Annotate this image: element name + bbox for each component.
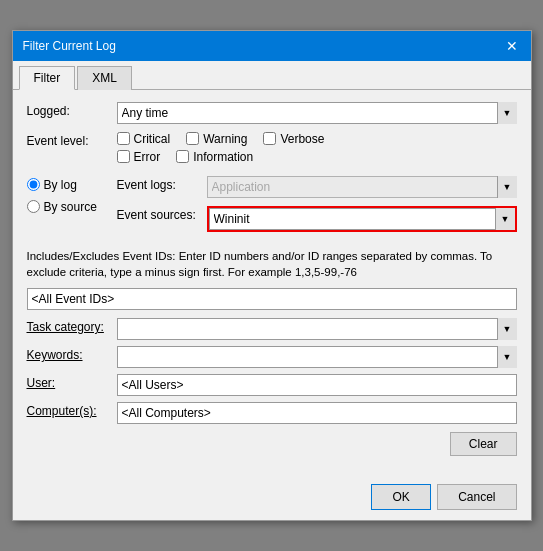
event-logs-control: Application ▼	[207, 176, 517, 198]
event-logs-label: Event logs:	[117, 176, 207, 192]
user-label: User:	[27, 374, 117, 390]
event-sources-label: Event sources:	[117, 206, 207, 222]
checkbox-warning-input[interactable]	[186, 132, 199, 145]
checkbox-error-label: Error	[134, 150, 161, 164]
checkbox-verbose[interactable]: Verbose	[263, 132, 324, 146]
user-input[interactable]	[117, 374, 517, 396]
event-ids-row	[27, 288, 517, 310]
event-logs-select-wrapper: Application ▼	[207, 176, 517, 198]
task-category-control: ▼	[117, 318, 517, 340]
checkbox-verbose-label: Verbose	[280, 132, 324, 146]
task-category-label: Task category:	[27, 318, 117, 334]
event-level-row: Event level: Critical Warning Verbose	[27, 132, 517, 168]
title-bar: Filter Current Log ✕	[13, 31, 531, 61]
cancel-button[interactable]: Cancel	[437, 484, 516, 510]
keywords-select[interactable]	[117, 346, 517, 368]
log-source-group: By log By source Event logs: Application	[27, 176, 517, 240]
event-sources-row: Event sources: Wininit ▼	[117, 206, 517, 232]
radio-by-source-input[interactable]	[27, 200, 40, 213]
event-level-label: Event level:	[27, 132, 117, 148]
checkbox-critical[interactable]: Critical	[117, 132, 171, 146]
radio-by-log[interactable]: By log	[27, 178, 117, 192]
keywords-control: ▼	[117, 346, 517, 368]
event-logs-select[interactable]: Application	[207, 176, 517, 198]
computers-row: Computer(s):	[27, 402, 517, 424]
radio-by-source[interactable]: By source	[27, 200, 117, 214]
bottom-buttons: OK Cancel	[13, 476, 531, 520]
computers-control	[117, 402, 517, 424]
task-category-select-wrapper: ▼	[117, 318, 517, 340]
checkbox-information-input[interactable]	[176, 150, 189, 163]
checkbox-error-input[interactable]	[117, 150, 130, 163]
radio-by-source-label: By source	[44, 200, 97, 214]
event-ids-input[interactable]	[27, 288, 517, 310]
keywords-label: Keywords:	[27, 346, 117, 362]
checkbox-information[interactable]: Information	[176, 150, 253, 164]
computers-label: Computer(s):	[27, 402, 117, 418]
event-sources-select[interactable]: Wininit	[209, 208, 515, 230]
user-row: User:	[27, 374, 517, 396]
tab-filter[interactable]: Filter	[19, 66, 76, 90]
checkbox-warning[interactable]: Warning	[186, 132, 247, 146]
logged-select-wrapper: Any time ▼	[117, 102, 517, 124]
keywords-select-wrapper: ▼	[117, 346, 517, 368]
checkboxes-row-1: Critical Warning Verbose	[117, 132, 517, 146]
checkbox-critical-label: Critical	[134, 132, 171, 146]
logged-control: Any time ▼	[117, 102, 517, 124]
checkboxes-row-2: Error Information	[117, 150, 517, 164]
computers-input[interactable]	[117, 402, 517, 424]
task-category-row: Task category: ▼	[27, 318, 517, 340]
radio-by-log-input[interactable]	[27, 178, 40, 191]
clear-row: Clear	[27, 428, 517, 460]
logged-row: Logged: Any time ▼	[27, 102, 517, 124]
dialog-title: Filter Current Log	[23, 39, 116, 53]
event-logs-row: Event logs: Application ▼	[117, 176, 517, 198]
user-control	[117, 374, 517, 396]
checkbox-error[interactable]: Error	[117, 150, 161, 164]
logged-label: Logged:	[27, 102, 117, 118]
tab-xml[interactable]: XML	[77, 66, 132, 90]
event-level-checkboxes: Critical Warning Verbose Error	[117, 132, 517, 168]
tab-bar: Filter XML	[13, 61, 531, 90]
radio-col: By log By source	[27, 176, 117, 240]
log-dropdowns-col: Event logs: Application ▼ Event sources:	[117, 176, 517, 240]
description-text: Includes/Excludes Event IDs: Enter ID nu…	[27, 248, 517, 280]
close-button[interactable]: ✕	[503, 37, 521, 55]
event-sources-control: Wininit ▼	[207, 206, 517, 232]
keywords-row: Keywords: ▼	[27, 346, 517, 368]
filter-dialog: Filter Current Log ✕ Filter XML Logged: …	[12, 30, 532, 521]
radio-by-log-label: By log	[44, 178, 77, 192]
clear-button[interactable]: Clear	[450, 432, 517, 456]
event-sources-select-wrapper: Wininit ▼	[207, 206, 517, 232]
checkbox-warning-label: Warning	[203, 132, 247, 146]
ok-button[interactable]: OK	[371, 484, 431, 510]
logged-select[interactable]: Any time	[117, 102, 517, 124]
checkbox-verbose-input[interactable]	[263, 132, 276, 145]
dialog-content: Logged: Any time ▼ Event level: Critical	[13, 90, 531, 476]
checkbox-information-label: Information	[193, 150, 253, 164]
checkbox-critical-input[interactable]	[117, 132, 130, 145]
task-category-select[interactable]	[117, 318, 517, 340]
